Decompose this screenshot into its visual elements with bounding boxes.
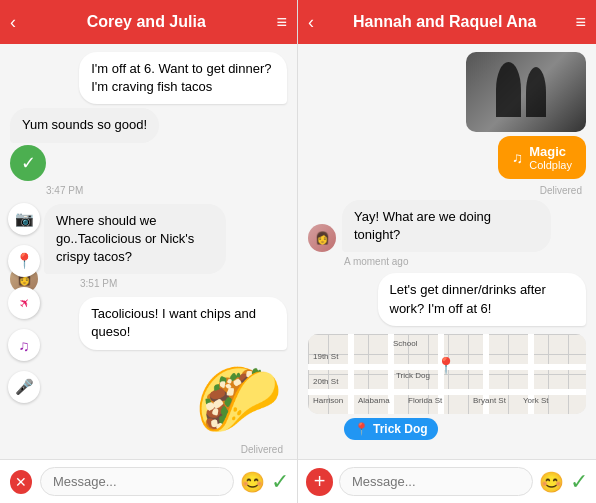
left-emoji-icon[interactable]: 😊 <box>240 470 265 494</box>
moment-ago-label: A moment ago <box>344 256 408 267</box>
send-icon[interactable]: ✈ <box>1 280 46 325</box>
music-artist: Coldplay <box>529 159 572 171</box>
right-message-yay-row: 👩 Yay! What are we doing tonight? <box>308 200 586 252</box>
left-message-input[interactable] <box>40 467 234 496</box>
mic-icon[interactable]: 🎤 <box>8 371 40 403</box>
message-yum: Yum sounds so good! <box>10 108 159 142</box>
timestamp-347: 3:47 PM <box>46 185 83 196</box>
left-header-title: Corey and Julia <box>16 13 276 31</box>
right-messages: ♫ Magic Coldplay Delivered 👩 Yay! What a… <box>298 44 596 459</box>
right-message-yay: Yay! What are we doing tonight? <box>342 200 551 252</box>
right-emoji-icon[interactable]: 😊 <box>539 470 564 494</box>
message-where: Where should we go..Tacolicious or Nick'… <box>44 204 226 275</box>
left-header: ‹ Corey and Julia ≡ <box>0 0 297 44</box>
place-name: Trick Dog <box>373 422 428 436</box>
camera-icon[interactable]: 📷 <box>8 203 40 235</box>
music-card: ♫ Magic Coldplay <box>498 136 586 179</box>
message-tacolicious: Tacolicious! I want chips and queso! <box>79 297 287 349</box>
delivered-right: Delivered <box>540 185 582 196</box>
left-messages: I'm off at 6. Want to get dinner? I'm cr… <box>0 44 297 459</box>
right-message-input[interactable] <box>339 467 533 496</box>
action-icons: 📷 📍 ✈ ♫ 🎤 <box>8 203 40 403</box>
delivered-left: Delivered <box>241 444 283 455</box>
taco-sticker: 🌮 <box>193 358 283 440</box>
timestamp-351: 3:51 PM <box>80 278 117 289</box>
right-menu-icon[interactable]: ≡ <box>575 12 586 33</box>
left-input-bar: ✕ 😊 ✓ <box>0 459 297 503</box>
right-message-dinner: Let's get dinner/drinks after work? I'm … <box>378 273 587 325</box>
right-avatar: 👩 <box>308 224 336 252</box>
right-chat-panel: ‹ Hannah and Raquel Ana ≡ ♫ Magic Coldpl… <box>298 0 596 503</box>
left-close-button[interactable]: ✕ <box>8 468 34 496</box>
right-header: ‹ Hannah and Raquel Ana ≡ <box>298 0 596 44</box>
location-pin-icon: 📍 <box>354 422 369 436</box>
right-input-bar: + 😊 ✓ <box>298 459 596 503</box>
right-add-button[interactable]: + <box>306 468 333 496</box>
map-preview[interactable]: 19th St 20th St Harrison Alabama Florida… <box>308 334 586 414</box>
add-icon: + <box>314 470 326 493</box>
left-send-button[interactable]: ✓ <box>271 469 289 495</box>
left-chat-panel: ‹ Corey and Julia ≡ I'm off at 6. Want t… <box>0 0 298 503</box>
left-menu-icon[interactable]: ≡ <box>276 12 287 33</box>
message-where-row: 👩 Where should we go..Tacolicious or Nic… <box>10 204 287 294</box>
music-icon[interactable]: ♫ <box>8 329 40 361</box>
message-fish-tacos: I'm off at 6. Want to get dinner? I'm cr… <box>79 52 287 104</box>
right-header-title: Hannah and Raquel Ana <box>314 13 575 31</box>
close-icon: ✕ <box>15 474 27 490</box>
music-note-icon: ♫ <box>512 149 523 166</box>
check-bubble: ✓ <box>10 145 46 181</box>
image-placeholder <box>466 52 586 132</box>
right-send-button[interactable]: ✓ <box>570 469 588 495</box>
music-title: Magic <box>529 144 572 159</box>
place-chip-trick-dog[interactable]: 📍 Trick Dog <box>344 418 438 440</box>
location-icon[interactable]: 📍 <box>8 245 40 277</box>
